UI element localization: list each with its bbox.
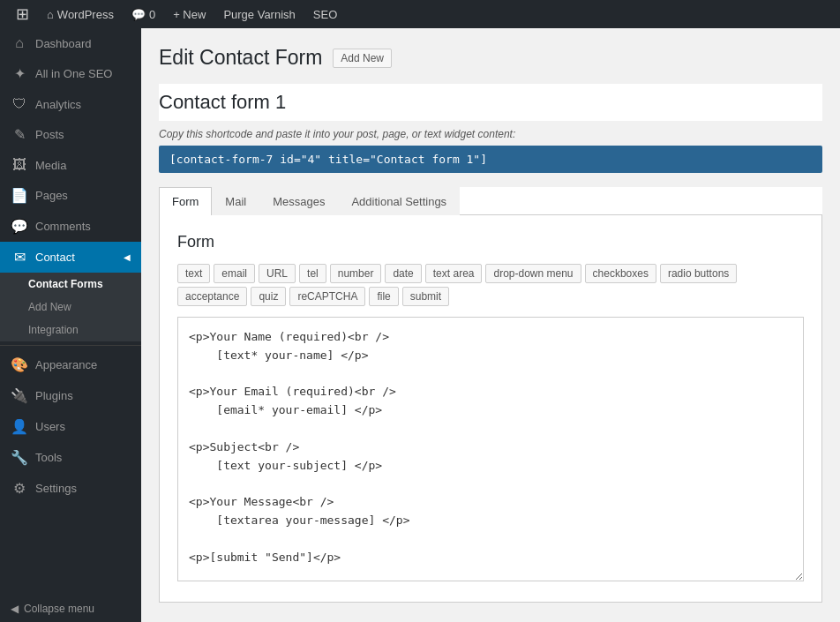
- sidebar-label-media: Media: [35, 159, 66, 172]
- media-icon: 🖼: [11, 157, 28, 173]
- sidebar-item-contact[interactable]: ✉ Contact ◀: [0, 242, 141, 273]
- comments-button[interactable]: 💬 0: [123, 0, 164, 28]
- shortcode-note: Copy this shortcode and paste it into yo…: [159, 128, 822, 140]
- purge-varnish-button[interactable]: Purge Varnish: [214, 0, 304, 28]
- dashboard-icon: ⌂: [11, 35, 28, 51]
- users-icon: 👤: [11, 418, 28, 435]
- home-icon: ⌂: [47, 8, 54, 21]
- settings-icon: ⚙: [11, 480, 28, 497]
- sidebar-label-settings: Settings: [35, 482, 77, 495]
- site-name-label: WordPress: [57, 8, 114, 21]
- tag-buttons-container: textemailURLtelnumberdatetext areadrop-d…: [177, 264, 804, 306]
- sidebar-label-plugins: Plugins: [35, 389, 73, 402]
- tools-icon: 🔧: [11, 449, 28, 466]
- page-header: Edit Contact Form Add New: [159, 46, 822, 70]
- analytics-icon: 🛡: [11, 96, 28, 112]
- tag-button-recaptcha[interactable]: reCAPTCHA: [289, 287, 365, 306]
- sidebar-item-settings[interactable]: ⚙ Settings: [0, 473, 141, 504]
- appearance-icon: 🎨: [11, 356, 28, 373]
- tag-button-checkboxes[interactable]: checkboxes: [585, 264, 656, 283]
- new-content-button[interactable]: + New: [164, 0, 214, 28]
- tab-form[interactable]: Form: [159, 187, 212, 215]
- sidebar-label-pages: Pages: [35, 189, 68, 202]
- tag-button-tel[interactable]: tel: [299, 264, 326, 283]
- page-title: Edit Contact Form: [159, 46, 322, 70]
- form-name-input[interactable]: [159, 91, 822, 114]
- form-section-title: Form: [177, 233, 804, 251]
- plugins-icon: 🔌: [11, 387, 28, 404]
- form-code-editor[interactable]: [177, 317, 804, 581]
- sidebar-item-appearance[interactable]: 🎨 Appearance: [0, 349, 141, 380]
- shortcode-box[interactable]: [contact-form-7 id="4" title="Contact fo…: [159, 146, 822, 173]
- collapse-menu-button[interactable]: ◀ Collapse menu: [0, 596, 141, 622]
- seo-label: SEO: [313, 8, 337, 21]
- sidebar-item-pages[interactable]: 📄 Pages: [0, 180, 141, 211]
- sidebar-item-posts[interactable]: ✎ Posts: [0, 119, 141, 150]
- submenu-contact-forms-label: Contact Forms: [28, 278, 103, 290]
- sidebar-item-allinoneseo[interactable]: ✦ All in One SEO: [0, 58, 141, 89]
- sidebar-label-appearance: Appearance: [35, 358, 97, 371]
- tag-button-submit[interactable]: submit: [402, 287, 449, 306]
- tag-button-text[interactable]: text: [177, 264, 210, 283]
- submenu-add-new[interactable]: Add New: [0, 296, 141, 318]
- sidebar-item-users[interactable]: 👤 Users: [0, 411, 141, 442]
- posts-icon: ✎: [11, 126, 28, 143]
- sidebar-item-plugins[interactable]: 🔌 Plugins: [0, 380, 141, 411]
- tag-button-date[interactable]: date: [385, 264, 421, 283]
- sidebar-label-posts: Posts: [35, 128, 64, 141]
- contact-submenu: Contact Forms Add New Integration: [0, 273, 141, 341]
- collapse-icon: ◀: [11, 603, 19, 615]
- seo-button[interactable]: SEO: [304, 0, 346, 28]
- sidebar-item-dashboard[interactable]: ⌂ Dashboard: [0, 28, 141, 58]
- admin-bar: ⊞ ⌂ WordPress 💬 0 + New Purge Varnish SE…: [0, 0, 840, 28]
- submenu-contact-forms[interactable]: Contact Forms: [0, 273, 141, 296]
- wp-logo-icon: ⊞: [16, 4, 29, 24]
- tab-mail[interactable]: Mail: [212, 187, 259, 215]
- submenu-integration[interactable]: Integration: [0, 318, 141, 341]
- main-content: Edit Contact Form Add New Copy this shor…: [141, 28, 840, 622]
- sidebar-label-tools: Tools: [35, 451, 62, 464]
- sidebar-label-dashboard: Dashboard: [35, 37, 92, 50]
- sidebar-label-contact: Contact: [35, 251, 75, 264]
- tag-button-drop-down-menu[interactable]: drop-down menu: [485, 264, 581, 283]
- tab-additional-settings[interactable]: Additional Settings: [338, 187, 460, 215]
- sidebar-label-comments: Comments: [35, 220, 91, 233]
- sidebar-label-users: Users: [35, 420, 65, 433]
- pages-icon: 📄: [11, 187, 28, 204]
- seo-sidebar-icon: ✦: [11, 65, 28, 82]
- sidebar-item-comments[interactable]: 💬 Comments: [0, 211, 141, 242]
- comments-sidebar-icon: 💬: [11, 218, 28, 235]
- submenu-integration-label: Integration: [28, 324, 79, 336]
- tag-button-email[interactable]: email: [214, 264, 255, 283]
- sidebar-item-analytics[interactable]: 🛡 Analytics: [0, 89, 141, 119]
- tag-button-text-area[interactable]: text area: [425, 264, 483, 283]
- contact-icon: ✉: [11, 249, 28, 266]
- tag-button-quiz[interactable]: quiz: [251, 287, 286, 306]
- site-name-button[interactable]: ⌂ WordPress: [38, 0, 123, 28]
- tab-messages[interactable]: Messages: [259, 187, 338, 215]
- form-name-section: [159, 84, 822, 121]
- sidebar-item-tools[interactable]: 🔧 Tools: [0, 442, 141, 473]
- tab-bar: Form Mail Messages Additional Settings: [159, 187, 822, 215]
- new-label: + New: [173, 8, 206, 21]
- tag-button-url[interactable]: URL: [259, 264, 296, 283]
- collapse-label: Collapse menu: [24, 603, 94, 615]
- admin-sidebar: ⌂ Dashboard ✦ All in One SEO 🛡 Analytics…: [0, 28, 141, 622]
- sidebar-item-media[interactable]: 🖼 Media: [0, 150, 141, 180]
- wp-logo-button[interactable]: ⊞: [7, 0, 38, 28]
- tag-button-number[interactable]: number: [330, 264, 382, 283]
- submenu-add-new-label: Add New: [28, 301, 71, 313]
- contact-arrow-icon: ◀: [124, 252, 131, 262]
- tag-button-file[interactable]: file: [369, 287, 398, 306]
- sidebar-label-allinoneseo: All in One SEO: [35, 67, 112, 80]
- tab-content-form: Form textemailURLtelnumberdatetext aread…: [159, 215, 822, 603]
- purge-label: Purge Varnish: [223, 8, 295, 21]
- sidebar-label-analytics: Analytics: [35, 98, 81, 111]
- comments-icon: 💬: [131, 8, 146, 21]
- comments-count: 0: [149, 8, 155, 21]
- tag-button-acceptance[interactable]: acceptance: [177, 287, 247, 306]
- tag-button-radio-buttons[interactable]: radio buttons: [660, 264, 737, 283]
- menu-separator-1: [0, 345, 141, 346]
- add-new-button[interactable]: Add New: [333, 49, 392, 68]
